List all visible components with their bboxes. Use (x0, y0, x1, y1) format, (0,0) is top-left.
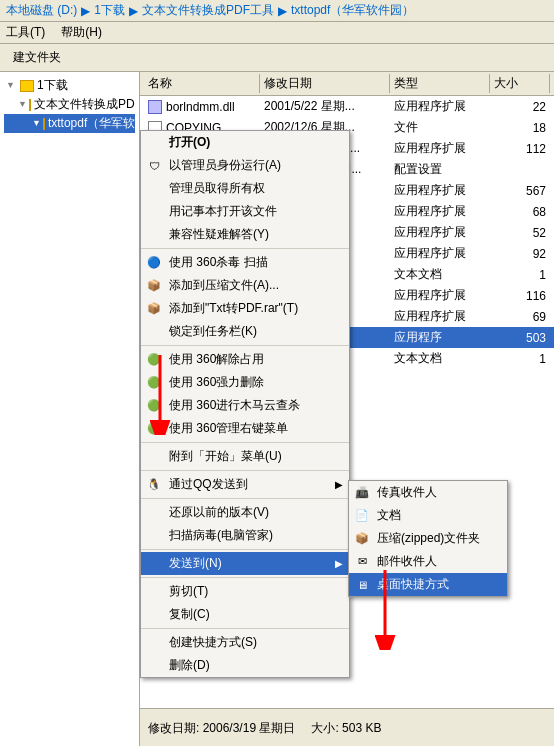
file-type: 应用程序扩展 (390, 139, 490, 158)
file-type: 应用程序 (390, 328, 490, 347)
context-menu-item[interactable]: 打开(O) (141, 131, 349, 154)
col-header-size[interactable]: 大小 (490, 74, 550, 93)
menu-label: 打开(O) (169, 134, 210, 151)
breadcrumb-item-3[interactable]: txttopdf（华军软件园） (291, 2, 414, 19)
sendto-submenu: 📠传真收件人📄文档📦压缩(zipped)文件夹✉邮件收件人🖥桌面快捷方式 (348, 480, 508, 597)
menu-label: 添加到压缩文件(A)... (169, 277, 279, 294)
file-date: 2001/5/22 星期... (260, 97, 390, 116)
tree-arrow: ▼ (18, 99, 27, 111)
menu-label: 扫描病毒(电脑管家) (169, 527, 273, 544)
file-size: 1 (490, 267, 550, 283)
sendto-menu-item[interactable]: 📦压缩(zipped)文件夹 (349, 527, 507, 550)
tree-item-txttopdf[interactable]: ▼ txttopdf（华军软件园） (4, 114, 135, 133)
menu-label: 发送到(N) (169, 555, 222, 572)
sendto-menu-item[interactable]: 📠传真收件人 (349, 481, 507, 504)
file-type: 应用程序扩展 (390, 244, 490, 263)
status-size: 大小: 503 KB (311, 720, 381, 737)
menu-label: 兼容性疑难解答(Y) (169, 226, 269, 243)
file-type: 文本文档 (390, 265, 490, 284)
context-menu-divider (141, 345, 349, 346)
file-size: 22 (490, 99, 550, 115)
sendto-menu-item[interactable]: ✉邮件收件人 (349, 550, 507, 573)
context-menu-item[interactable]: 🟢使用 360进行木马云查杀 (141, 394, 349, 417)
file-type: 应用程序扩展 (390, 181, 490, 200)
file-size: 68 (490, 204, 550, 220)
left-panel: ▼ 1下载 ▼ 文本文件转换成PDF工具 ▼ txttopdf（华军软件园） (0, 72, 140, 746)
file-type: 应用程序扩展 (390, 307, 490, 326)
breadcrumb-sep-2: ▶ (278, 4, 287, 18)
menu-icon: 📦 (353, 532, 371, 546)
col-header-type[interactable]: 类型 (390, 74, 490, 93)
menu-icon: 🛡 (145, 159, 163, 173)
breadcrumb-item-0[interactable]: 本地磁盘 (D:) (6, 2, 77, 19)
context-menu-item[interactable]: 🛡以管理员身份运行(A) (141, 154, 349, 177)
context-menu-divider (141, 248, 349, 249)
folder-icon (43, 118, 45, 130)
menu-label: 删除(D) (169, 657, 210, 674)
context-menu-item[interactable]: 🟢使用 360解除占用 (141, 348, 349, 371)
folder-icon (29, 99, 31, 111)
context-menu-item[interactable]: 📦添加到压缩文件(A)... (141, 274, 349, 297)
new-folder-button[interactable]: 建文件夹 (6, 46, 68, 69)
context-menu-item[interactable]: 复制(C) (141, 603, 349, 626)
context-menu-item[interactable]: 兼容性疑难解答(Y) (141, 223, 349, 246)
file-size: 567 (490, 183, 550, 199)
menu-icon: 🖥 (353, 578, 371, 592)
menu-tools[interactable]: 工具(T) (6, 24, 45, 41)
context-menu-item[interactable]: 🟢使用 360强力删除 (141, 371, 349, 394)
menu-label: 使用 360管理右键菜单 (169, 420, 288, 437)
context-menu-item[interactable]: 📦添加到"Txt转PDF.rar"(T) (141, 297, 349, 320)
menu-label: 复制(C) (169, 606, 210, 623)
sendto-menu-item[interactable]: 📄文档 (349, 504, 507, 527)
file-size: 116 (490, 288, 550, 304)
file-size (490, 169, 550, 171)
file-size: 92 (490, 246, 550, 262)
tree-arrow: ▼ (32, 118, 41, 130)
tree-item-download[interactable]: ▼ 1下载 (4, 76, 135, 95)
file-type: 文本文档 (390, 349, 490, 368)
sendto-menu-item[interactable]: 🖥桌面快捷方式 (349, 573, 507, 596)
file-row[interactable]: borlndmm.dll 2001/5/22 星期... 应用程序扩展 22 (140, 96, 554, 117)
menu-icon: 📄 (353, 509, 371, 523)
menu-icon: 📦 (145, 279, 163, 293)
tree-item-pdf-tool[interactable]: ▼ 文本文件转换成PDF工具 (4, 95, 135, 114)
context-menu-item[interactable]: 🟢使用 360管理右键菜单 (141, 417, 349, 440)
menu-label: 创建快捷方式(S) (169, 634, 257, 651)
context-menu-item[interactable]: 创建快捷方式(S) (141, 631, 349, 654)
context-menu-item[interactable]: 删除(D) (141, 654, 349, 677)
menu-icon: 🟢 (145, 353, 163, 367)
status-bar: 修改日期: 2006/3/19 星期日 大小: 503 KB (140, 708, 554, 746)
file-name: borlndmm.dll (166, 100, 235, 114)
context-menu-divider (141, 470, 349, 471)
file-size: 69 (490, 309, 550, 325)
file-size: 112 (490, 141, 550, 157)
file-size: 503 (490, 330, 550, 346)
context-menu-item[interactable]: 🔵使用 360杀毒 扫描 (141, 251, 349, 274)
context-menu-item[interactable]: 发送到(N) (141, 552, 349, 575)
menu-bar: 工具(T) 帮助(H) (0, 22, 554, 44)
col-header-name[interactable]: 名称 (144, 74, 260, 93)
menu-label: 使用 360杀毒 扫描 (169, 254, 268, 271)
context-menu-divider (141, 442, 349, 443)
context-menu-item[interactable]: 还原以前的版本(V) (141, 501, 349, 524)
context-menu-item[interactable]: 附到「开始」菜单(U) (141, 445, 349, 468)
menu-icon: 🟢 (145, 376, 163, 390)
menu-label: 锁定到任务栏(K) (169, 323, 257, 340)
toolbar: 建文件夹 (0, 44, 554, 72)
menu-help[interactable]: 帮助(H) (61, 24, 102, 41)
context-menu-divider (141, 577, 349, 578)
context-menu-item[interactable]: 锁定到任务栏(K) (141, 320, 349, 343)
file-type: 配置设置 (390, 160, 490, 179)
menu-icon: 📠 (353, 486, 371, 500)
context-menu-item[interactable]: 🐧通过QQ发送到 (141, 473, 349, 496)
context-menu-item[interactable]: 管理员取得所有权 (141, 177, 349, 200)
context-menu-item[interactable]: 剪切(T) (141, 580, 349, 603)
breadcrumb: 本地磁盘 (D:) ▶ 1下载 ▶ 文本文件转换成PDF工具 ▶ txttopd… (0, 0, 554, 22)
menu-label: 通过QQ发送到 (169, 476, 248, 493)
breadcrumb-item-2[interactable]: 文本文件转换成PDF工具 (142, 2, 274, 19)
breadcrumb-item-1[interactable]: 1下载 (94, 2, 125, 19)
col-header-date[interactable]: 修改日期 (260, 74, 390, 93)
context-menu-item[interactable]: 扫描病毒(电脑管家) (141, 524, 349, 547)
context-menu-item[interactable]: 用记事本打开该文件 (141, 200, 349, 223)
tree-item-label: txttopdf（华军软件园） (48, 115, 135, 132)
